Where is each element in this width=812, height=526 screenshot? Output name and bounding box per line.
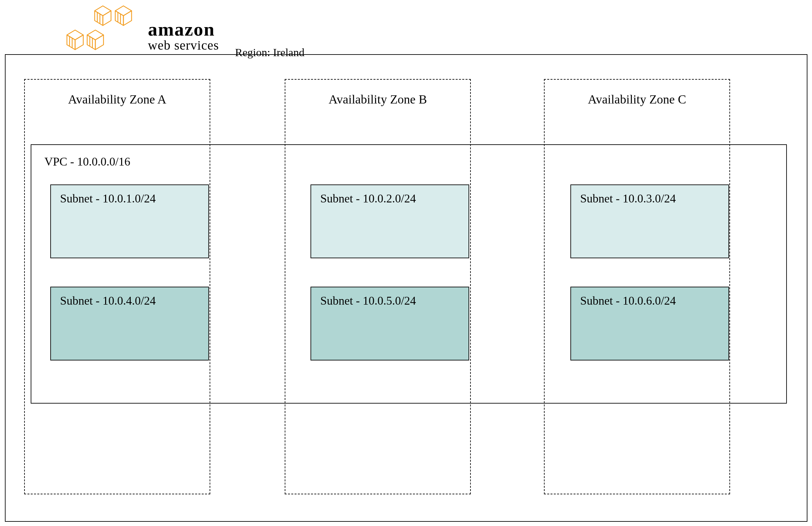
subnet-box: Subnet - 10.0.6.0/24 xyxy=(570,287,729,361)
aws-logo-secondary: web services xyxy=(148,38,219,53)
aws-logo-text: amazon web services xyxy=(148,20,219,53)
aws-logo-primary: amazon xyxy=(148,20,219,39)
subnet-box: Subnet - 10.0.1.0/24 xyxy=(50,185,209,258)
subnet-box: Subnet - 10.0.2.0/24 xyxy=(310,185,469,258)
aws-cubes-icon xyxy=(64,3,145,59)
vpc-label: VPC - 10.0.0.0/16 xyxy=(31,145,786,169)
az-b-label: Availability Zone B xyxy=(285,80,470,106)
vpc-container: VPC - 10.0.0.0/16 Subnet - 10.0.1.0/24 S… xyxy=(31,144,787,404)
subnet-label: Subnet - 10.0.5.0/24 xyxy=(320,294,416,307)
subnet-box: Subnet - 10.0.5.0/24 xyxy=(310,287,469,361)
subnet-label: Subnet - 10.0.6.0/24 xyxy=(580,294,676,307)
aws-logo-area: amazon web services xyxy=(64,3,219,59)
subnet-label: Subnet - 10.0.3.0/24 xyxy=(580,192,676,205)
subnet-label: Subnet - 10.0.4.0/24 xyxy=(60,294,156,307)
az-c-label: Availability Zone C xyxy=(545,80,729,106)
subnet-label: Subnet - 10.0.1.0/24 xyxy=(60,192,156,205)
subnet-box: Subnet - 10.0.4.0/24 xyxy=(50,287,209,361)
region-container: Availability Zone A Availability Zone B … xyxy=(5,54,808,522)
subnet-label: Subnet - 10.0.2.0/24 xyxy=(320,192,416,205)
az-a-label: Availability Zone A xyxy=(25,80,209,106)
subnet-box: Subnet - 10.0.3.0/24 xyxy=(570,185,729,258)
